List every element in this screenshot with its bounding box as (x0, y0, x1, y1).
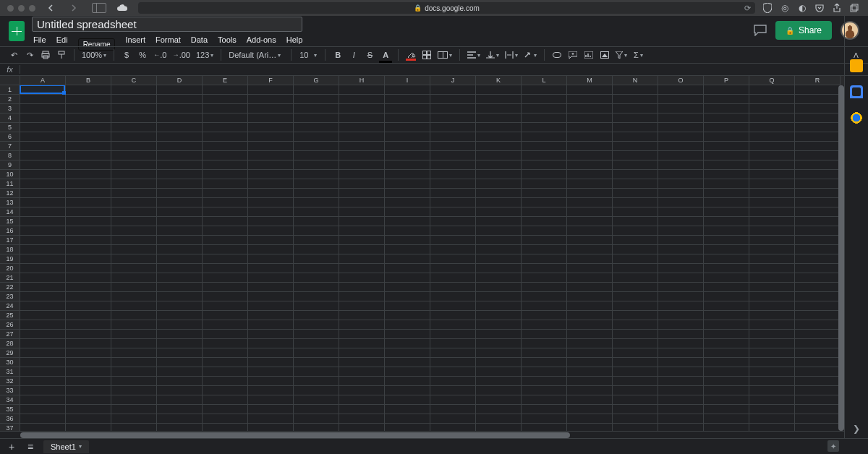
row-header-18[interactable]: 18 (0, 245, 20, 254)
cell[interactable] (567, 395, 613, 405)
cell[interactable] (20, 104, 66, 113)
cell[interactable] (385, 273, 430, 283)
column-header-I[interactable]: I (385, 76, 430, 85)
cell[interactable] (66, 377, 111, 386)
cell[interactable] (613, 142, 658, 151)
cell[interactable] (658, 217, 704, 226)
cell[interactable] (658, 339, 704, 348)
cell[interactable] (294, 123, 339, 132)
cell[interactable] (795, 160, 841, 170)
cell[interactable] (157, 301, 203, 311)
cell[interactable] (795, 132, 841, 142)
cell[interactable] (385, 85, 430, 95)
cell[interactable] (248, 348, 294, 358)
cell[interactable] (203, 283, 248, 292)
cell[interactable] (111, 264, 157, 273)
cell[interactable] (66, 217, 111, 226)
cell[interactable] (203, 358, 248, 367)
cell[interactable] (522, 123, 567, 132)
cell[interactable] (385, 414, 430, 424)
cell[interactable] (476, 320, 522, 330)
row-header-37[interactable]: 37 (0, 424, 20, 431)
cell[interactable] (704, 217, 749, 226)
cell[interactable] (66, 339, 111, 348)
cell[interactable] (613, 179, 658, 189)
cell[interactable] (66, 198, 111, 207)
cell[interactable] (704, 189, 749, 198)
cell[interactable] (66, 254, 111, 264)
cell[interactable] (749, 160, 795, 170)
cell[interactable] (749, 348, 795, 358)
cell[interactable] (795, 358, 841, 367)
cell[interactable] (476, 95, 522, 104)
cell[interactable] (658, 142, 704, 151)
cell[interactable] (749, 217, 795, 226)
cell[interactable] (749, 405, 795, 414)
cell[interactable] (157, 311, 203, 320)
cell[interactable] (795, 405, 841, 414)
cell[interactable] (248, 292, 294, 301)
cell[interactable] (203, 405, 248, 414)
cell[interactable] (749, 85, 795, 95)
cell[interactable] (339, 170, 385, 179)
cell[interactable] (749, 198, 795, 207)
reload-icon[interactable]: ⟳ (744, 4, 751, 13)
cell[interactable] (20, 151, 66, 160)
cell[interactable] (385, 132, 430, 142)
cell[interactable] (111, 367, 157, 377)
row-header-14[interactable]: 14 (0, 207, 20, 217)
cell[interactable] (749, 95, 795, 104)
cell[interactable] (294, 395, 339, 405)
column-header-E[interactable]: E (203, 76, 248, 85)
cell[interactable] (203, 179, 248, 189)
text-wrap-dropdown[interactable]: ▾ (503, 48, 519, 61)
cell[interactable] (111, 142, 157, 151)
cell[interactable] (613, 414, 658, 424)
cell[interactable] (795, 283, 841, 292)
cell[interactable] (430, 151, 476, 160)
cell[interactable] (248, 254, 294, 264)
cell[interactable] (795, 292, 841, 301)
cell[interactable] (430, 424, 476, 431)
cell[interactable] (430, 301, 476, 311)
cell[interactable] (20, 273, 66, 283)
cell[interactable] (157, 113, 203, 123)
cell[interactable] (476, 283, 522, 292)
cell[interactable] (613, 395, 658, 405)
row-header-8[interactable]: 8 (0, 151, 20, 160)
cell[interactable] (339, 236, 385, 245)
cell[interactable] (567, 217, 613, 226)
cell[interactable] (339, 424, 385, 431)
cell[interactable] (294, 189, 339, 198)
cell[interactable] (522, 292, 567, 301)
cell[interactable] (294, 264, 339, 273)
cell[interactable] (385, 264, 430, 273)
cell[interactable] (385, 151, 430, 160)
column-header-B[interactable]: B (66, 76, 111, 85)
cell[interactable] (704, 386, 749, 395)
cell[interactable] (20, 226, 66, 236)
cell[interactable] (111, 254, 157, 264)
row-header-30[interactable]: 30 (0, 358, 20, 367)
cell[interactable] (203, 320, 248, 330)
cell[interactable] (248, 198, 294, 207)
select-all-corner[interactable] (0, 76, 20, 85)
cell[interactable] (476, 348, 522, 358)
cell[interactable] (385, 358, 430, 367)
cell[interactable] (430, 367, 476, 377)
cell[interactable] (567, 236, 613, 245)
cell[interactable] (339, 132, 385, 142)
cell[interactable] (613, 123, 658, 132)
cell[interactable] (430, 405, 476, 414)
cell[interactable] (704, 330, 749, 339)
row-header-23[interactable]: 23 (0, 292, 20, 301)
cell[interactable] (658, 283, 704, 292)
row-header-17[interactable]: 17 (0, 236, 20, 245)
cell[interactable] (522, 245, 567, 254)
cell[interactable] (294, 283, 339, 292)
cell[interactable] (658, 85, 704, 95)
cell[interactable] (157, 104, 203, 113)
cell[interactable] (20, 123, 66, 132)
cell[interactable] (157, 226, 203, 236)
max-dot[interactable] (29, 5, 35, 12)
